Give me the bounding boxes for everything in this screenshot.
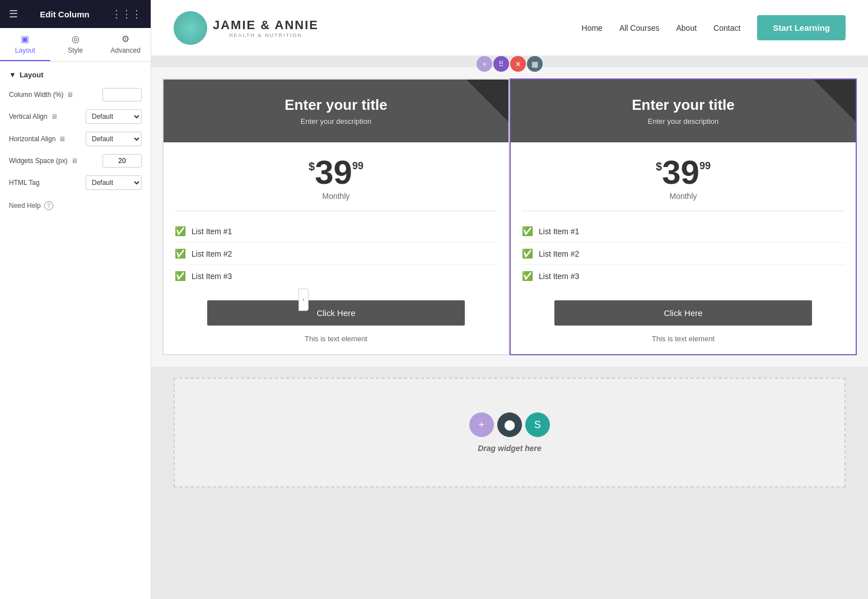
card-2-cents: 99: [699, 160, 711, 172]
layout-tab-icon: ▣: [21, 34, 29, 44]
card-1-footer: This is text element: [164, 335, 508, 354]
widget-folder-button[interactable]: ⬤: [497, 412, 522, 437]
start-learning-button[interactable]: Start Learning: [757, 15, 846, 40]
card-1-price-row: $ 39 99: [175, 156, 497, 189]
hamburger-icon[interactable]: ☰: [9, 8, 18, 20]
card-1-btn-area: Click Here: [164, 291, 508, 335]
drag-widget-area: + ⬤ S Drag widget here: [186, 412, 833, 453]
responsive-icon: 🖥: [67, 91, 73, 99]
layout-section-label: Layout: [20, 71, 44, 79]
check-icon-4: ✅: [522, 226, 533, 236]
nav-link-home[interactable]: Home: [582, 24, 603, 32]
pricing-card-2[interactable]: Enter your title Enter your description …: [510, 78, 857, 355]
check-icon-2: ✅: [175, 248, 186, 259]
navbar: JAMIE & ANNIE HEALTH & NUTRITION Home Al…: [151, 0, 868, 56]
vertical-align-row: Vertical Align 🖥 Default: [9, 109, 142, 124]
tab-layout-label: Layout: [15, 47, 35, 54]
pricing-card-1[interactable]: Enter your title Enter your description …: [162, 78, 510, 355]
card-1-cta-button[interactable]: Click Here: [207, 300, 465, 326]
check-icon-1: ✅: [175, 226, 186, 236]
need-help[interactable]: Need Help ?: [9, 201, 142, 210]
list-item-1-text: List Item #1: [192, 227, 232, 236]
toolbar-move-button[interactable]: ⠿: [493, 56, 509, 72]
responsive-icon-h: 🖥: [59, 135, 66, 143]
toolbar-widget-button[interactable]: ▦: [527, 56, 543, 72]
tab-style-label: Style: [68, 47, 83, 54]
logo-text-area: JAMIE & ANNIE HEALTH & NUTRITION: [213, 18, 319, 38]
card-2-btn-area: Click Here: [511, 291, 856, 335]
list-item: ✅ List Item #2: [522, 243, 844, 265]
card-1-dollar: $: [309, 160, 315, 173]
help-icon: ?: [44, 201, 53, 210]
horizontal-align-label: Horizontal Align 🖥: [9, 135, 81, 143]
tabs-bar: ▣ Layout ◎ Style ⚙ Advanced: [0, 28, 151, 62]
check-icon-3: ✅: [175, 271, 186, 281]
panel-content: ▼ Layout Column Width (%) 🖥 Vertical Ali…: [0, 62, 151, 599]
card-2-divider: [522, 211, 844, 211]
logo-title: JAMIE & ANNIE: [213, 18, 319, 32]
tab-advanced[interactable]: ⚙ Advanced: [100, 28, 151, 61]
pricing-columns: Enter your title Enter your description …: [162, 78, 857, 355]
card-1-cents: 99: [352, 160, 363, 172]
layout-section-header[interactable]: ▼ Layout: [9, 71, 142, 79]
empty-section: + ⬤ S Drag widget here: [174, 378, 846, 487]
card-1-amount: 39: [315, 156, 352, 189]
list-item-2-text: List Item #2: [192, 249, 232, 258]
card-2-footer: This is text element: [511, 335, 856, 354]
canvas-area: JAMIE & ANNIE HEALTH & NUTRITION Home Al…: [151, 0, 868, 599]
html-tag-label: HTML Tag: [9, 179, 81, 187]
column-width-label: Column Width (%) 🖥: [9, 91, 98, 99]
column-width-row: Column Width (%) 🖥: [9, 88, 142, 101]
widgets-space-row: Widgets Space (px) 🖥: [9, 154, 142, 168]
horizontal-align-select[interactable]: Default: [86, 132, 142, 146]
card-2-period: Monthly: [522, 192, 844, 201]
tab-style[interactable]: ◎ Style: [50, 28, 101, 61]
floating-toolbar: + ⠿ ✕ ▦: [477, 56, 543, 72]
card-2-amount: 39: [662, 156, 699, 189]
card-1-title: Enter your title: [175, 96, 497, 114]
nav-link-about[interactable]: About: [676, 24, 697, 32]
toolbar-close-button[interactable]: ✕: [510, 56, 526, 72]
check-icon-5: ✅: [522, 248, 533, 259]
widget-type-button[interactable]: S: [525, 412, 550, 437]
list-item: ✅ List Item #3: [522, 265, 844, 287]
card-1-desc: Enter your description: [175, 117, 497, 126]
card-2-header: Enter your title Enter your description …: [511, 80, 856, 142]
logo-circle: [174, 11, 207, 45]
add-widget-button[interactable]: +: [469, 412, 494, 437]
advanced-tab-icon: ⚙: [122, 34, 129, 44]
vertical-align-label: Vertical Align 🖥: [9, 113, 81, 120]
vertical-align-select[interactable]: Default: [86, 109, 142, 124]
card-2-price-row: $ 39 99: [522, 156, 844, 189]
panel-collapse-button[interactable]: ‹: [298, 289, 309, 311]
drag-icons: + ⬤ S: [186, 412, 833, 437]
panel-title: Edit Column: [40, 10, 89, 19]
list-item-6-text: List Item #3: [539, 272, 579, 281]
page-canvas: + ⠿ ✕ ▦ Enter your title Enter your desc…: [151, 56, 868, 599]
list-item: ✅ List Item #1: [175, 220, 497, 243]
nav-link-contact[interactable]: Contact: [713, 24, 740, 32]
logo-subtitle: HEALTH & NUTRITION: [213, 32, 319, 38]
card-2-cta-button[interactable]: Click Here: [554, 300, 813, 326]
pricing-section: + ⠿ ✕ ▦ Enter your title Enter your desc…: [151, 67, 868, 366]
card-1-list: ✅ List Item #1 ✅ List Item #2 ✅ List Ite…: [164, 216, 508, 291]
card-2-price-area: $ 39 99 Monthly: [511, 142, 856, 206]
list-item: ✅ List Item #3: [175, 265, 497, 287]
html-tag-select[interactable]: Default: [86, 175, 142, 190]
nav-link-courses[interactable]: All Courses: [619, 24, 660, 32]
list-item-3-text: List Item #3: [192, 272, 232, 281]
logo-wrapper: JAMIE & ANNIE HEALTH & NUTRITION: [174, 11, 319, 45]
responsive-icon-w: 🖥: [71, 157, 78, 165]
list-item: ✅ List Item #2: [175, 243, 497, 265]
list-item-4-text: List Item #1: [539, 227, 579, 236]
card-2-dollar: $: [656, 160, 662, 173]
toolbar-add-button[interactable]: +: [477, 56, 492, 72]
tab-layout[interactable]: ▣ Layout: [0, 28, 50, 61]
html-tag-row: HTML Tag Default: [9, 175, 142, 190]
empty-section-wrapper: + ⬤ S Drag widget here: [151, 366, 868, 499]
column-width-input[interactable]: [102, 88, 142, 101]
responsive-icon-v: 🖥: [51, 113, 58, 120]
check-icon-6: ✅: [522, 271, 533, 281]
grid-icon[interactable]: ⋮⋮⋮: [111, 8, 142, 20]
widgets-space-input[interactable]: [102, 154, 142, 168]
